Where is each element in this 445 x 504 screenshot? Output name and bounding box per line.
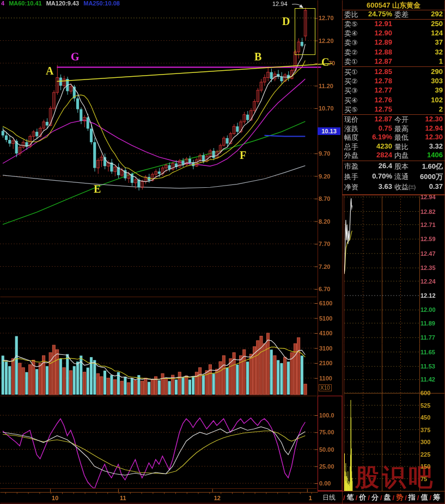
intraday-price-label: 12.35 — [420, 265, 436, 271]
tab-分[interactable]: 分 — [370, 493, 380, 502]
stock-title: 600547 山东黄金 — [342, 1, 445, 10]
price-axis-label: 10.70 — [319, 105, 334, 112]
intraday-volume-label: 225 — [420, 451, 430, 458]
stat-value: 12.30 — [425, 133, 443, 141]
level-qty: 124 — [431, 29, 443, 37]
level-qty: 39 — [435, 86, 443, 94]
level-qty: 37 — [435, 38, 443, 46]
weibi-label: 委比 — [344, 10, 358, 20]
marker-letter-F: F — [240, 149, 246, 162]
panel-separator — [342, 10, 445, 10]
stat-value: 3.63 — [359, 182, 392, 190]
stat-value: 1406 — [427, 151, 443, 159]
stock-name: 山东黄金 — [392, 1, 420, 9]
tab-值[interactable]: 值 — [419, 493, 429, 502]
stat-row: 幅度6.19%最低12.30 — [342, 133, 445, 142]
bid-row[interactable]: 买④12.76102 — [342, 96, 445, 105]
ask-row[interactable]: 卖⑤12.91250 — [342, 20, 445, 29]
stat-row: 市盈26.4股本1.60亿 — [342, 162, 445, 171]
marker-letter-E: E — [94, 183, 101, 195]
price-axis-label: 9.20 — [319, 173, 330, 180]
stat-value: 3.32 — [429, 142, 443, 150]
stock-terminal-window: 4MA60:10.41MA120:9.43MA250:10.08 AGBCDEF… — [0, 0, 445, 504]
volume-axis-label: 3100 — [319, 345, 332, 352]
intraday-volume-label: 600 — [420, 390, 430, 396]
stat-value: 12.30 — [425, 115, 443, 123]
intraday-price-label: 12.71 — [420, 222, 436, 228]
stat-value: 12.87 — [359, 115, 392, 123]
stat-label: 市盈 — [344, 162, 358, 171]
level-price: 12.75 — [358, 105, 392, 113]
stat-value: 26.4 — [359, 162, 392, 170]
bid-row[interactable]: 买②12.78303 — [342, 77, 445, 86]
bid-row[interactable]: 买⑤12.752 — [342, 105, 445, 114]
stat-label: 量比 — [394, 142, 409, 152]
stat-row: 现价12.87今开12.30 — [342, 115, 445, 124]
ma-value-label: 4 — [1, 0, 4, 7]
level-label: 买④ — [344, 96, 358, 106]
level-price: 12.87 — [358, 57, 392, 65]
price-axis-label: 8.20 — [319, 218, 330, 225]
bid-row[interactable]: 买③12.7739 — [342, 86, 445, 95]
panel-separator — [342, 66, 445, 67]
stat-row: 外盘2824内盘1406 — [342, 151, 445, 160]
tab-筹[interactable]: 筹 — [431, 493, 442, 502]
intraday-price-label: 11.42 — [420, 376, 435, 383]
volume-unit-label: X10 — [319, 384, 332, 391]
kdj-axis-label: 25.00 — [319, 463, 334, 470]
stat-label: 今开 — [394, 115, 409, 125]
level-label: 卖④ — [344, 29, 358, 39]
tab-笔[interactable]: 笔 — [345, 493, 356, 502]
ma-value-label: MA250:10.08 — [83, 0, 120, 7]
price-axis-label: 7.70 — [319, 241, 330, 247]
panel-separator — [342, 161, 445, 161]
volume-axis-label: 6100 — [319, 300, 332, 306]
bid-row[interactable]: 买①12.85290 — [342, 67, 445, 77]
stat-label: 最高 — [394, 124, 409, 134]
ask-row[interactable]: 卖③12.8937 — [342, 38, 445, 47]
high-price-annotation: 12.94 — [272, 1, 288, 7]
tab-指[interactable]: 指 — [407, 493, 417, 502]
level-price: 12.88 — [358, 48, 392, 56]
ma-value-label: MA60:10.41 — [9, 0, 42, 7]
stat-label: 外盘 — [344, 151, 358, 161]
stat-value: 0.75 — [359, 124, 392, 132]
stat-label: 涨跌 — [344, 124, 358, 134]
stat-label: 幅度 — [344, 133, 358, 143]
weicha-label: 委差 — [394, 10, 409, 20]
stat-value: 12.94 — [425, 124, 443, 132]
stat-label: 现价 — [344, 115, 358, 125]
level-qty: 102 — [431, 96, 443, 104]
price-axis-label: 70 — [328, 60, 335, 66]
kdj-axis-label: 75.00 — [319, 429, 334, 435]
marker-letter-G: G — [71, 51, 80, 63]
intraday-volume-label: 525 — [420, 402, 430, 409]
ask-row[interactable]: 卖④12.90124 — [342, 29, 445, 38]
tab-价[interactable]: 价 — [357, 493, 368, 502]
intraday-volume-label: 150 — [420, 463, 430, 470]
level-qty: 250 — [431, 20, 443, 28]
stat-label: 内盘 — [394, 151, 409, 161]
tab-势[interactable]: 势 — [394, 493, 405, 502]
tab-period-daily[interactable]: 日线 — [322, 493, 336, 502]
stock-code: 600547 — [367, 1, 390, 9]
stat-label: 收益㈢ — [394, 182, 416, 192]
ask-row[interactable]: 卖②12.8832 — [342, 48, 445, 57]
stat-label: 股本 — [394, 162, 409, 171]
intraday-price-label: 12.24 — [420, 278, 436, 285]
price-axis-label: 9.70 — [319, 150, 330, 157]
volume-axis-label: 4100 — [319, 330, 332, 336]
kline-ma-header: 4MA60:10.41MA120:9.43MA250:10.08 — [1, 0, 124, 7]
intraday-price-label: 12.47 — [420, 250, 436, 257]
level-label: 买⑤ — [344, 105, 358, 115]
stat-value: 1.60亿 — [422, 162, 443, 171]
marker-letter-A: A — [46, 65, 53, 77]
stat-row: 换手0.70%流通6000万 — [342, 172, 445, 181]
level-price: 12.90 — [358, 29, 392, 37]
tab-盘[interactable]: 盘 — [382, 493, 393, 502]
volume-axis-label: 1100 — [319, 375, 332, 382]
ask-row[interactable]: 卖①12.871 — [342, 57, 445, 66]
level-qty: 1 — [439, 57, 443, 65]
volume-axis-label: 2100 — [319, 360, 332, 366]
price-axis-label: 6.70 — [319, 286, 330, 292]
